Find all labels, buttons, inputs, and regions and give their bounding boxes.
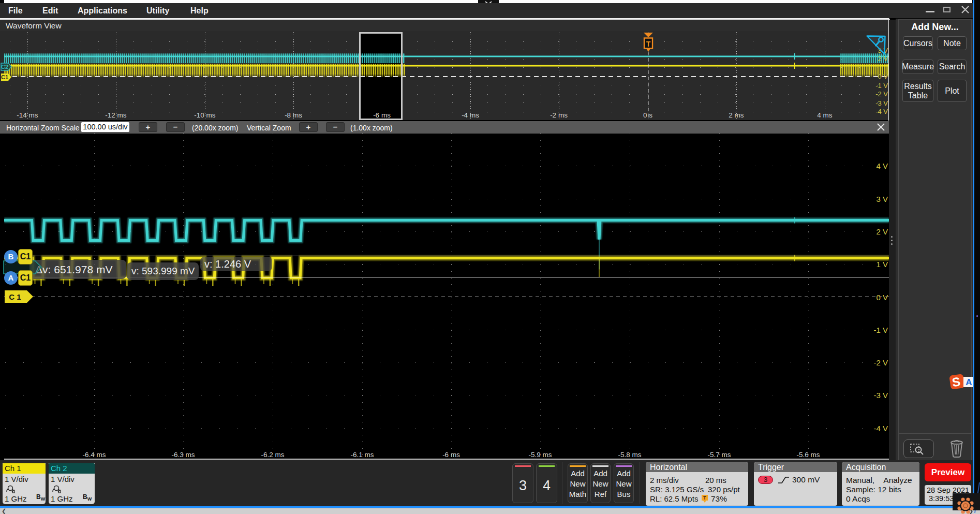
- svg-text:A: A: [966, 377, 972, 387]
- svg-text:T: T: [646, 40, 651, 48]
- svg-text:C 1: C 1: [9, 292, 21, 301]
- svg-text:T: T: [703, 495, 706, 501]
- svg-text:C2: C2: [1, 64, 8, 70]
- svg-text:C1: C1: [1, 74, 8, 80]
